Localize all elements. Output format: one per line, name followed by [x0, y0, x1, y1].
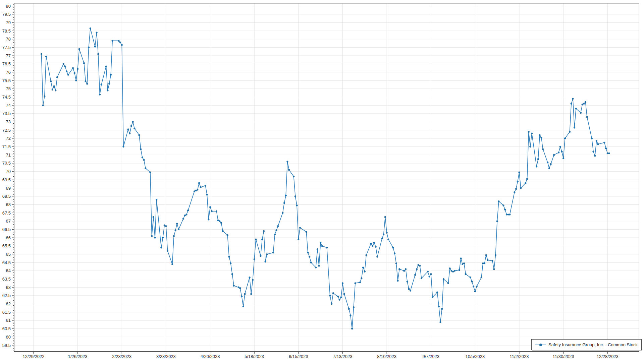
- data-point[interactable]: [219, 220, 220, 222]
- data-point[interactable]: [481, 277, 482, 278]
- data-point[interactable]: [44, 95, 45, 97]
- data-point[interactable]: [64, 66, 66, 67]
- data-point[interactable]: [359, 282, 361, 283]
- data-point[interactable]: [184, 215, 186, 216]
- data-point[interactable]: [293, 176, 294, 177]
- data-point[interactable]: [414, 274, 416, 276]
- stock-price-chart[interactable]: 8079.57978.57877.57776.57675.57574.57473…: [0, 0, 644, 362]
- data-point[interactable]: [254, 258, 255, 260]
- data-point[interactable]: [553, 154, 555, 156]
- data-point[interactable]: [504, 209, 506, 210]
- data-point[interactable]: [41, 53, 42, 55]
- data-point[interactable]: [216, 210, 217, 212]
- data-point[interactable]: [127, 128, 129, 130]
- data-point[interactable]: [542, 148, 544, 150]
- data-point[interactable]: [309, 256, 310, 257]
- data-point[interactable]: [96, 32, 98, 33]
- data-point[interactable]: [45, 56, 47, 57]
- data-point[interactable]: [85, 80, 87, 82]
- data-point[interactable]: [605, 147, 607, 149]
- data-point[interactable]: [460, 257, 462, 259]
- chart-canvas[interactable]: 8079.57978.57877.57776.57675.57574.57473…: [0, 0, 644, 362]
- data-point[interactable]: [372, 245, 373, 247]
- data-point[interactable]: [564, 137, 566, 139]
- data-point[interactable]: [195, 190, 197, 191]
- data-point[interactable]: [66, 70, 67, 72]
- data-point[interactable]: [275, 229, 277, 231]
- price-line[interactable]: [42, 28, 609, 329]
- data-point[interactable]: [119, 42, 121, 43]
- data-point[interactable]: [320, 242, 321, 243]
- data-point[interactable]: [528, 131, 530, 133]
- data-point[interactable]: [373, 242, 375, 243]
- data-point[interactable]: [607, 153, 608, 154]
- data-point[interactable]: [540, 137, 542, 138]
- data-point[interactable]: [495, 254, 496, 256]
- data-point[interactable]: [331, 303, 332, 305]
- data-point[interactable]: [364, 271, 366, 273]
- data-point[interactable]: [550, 163, 552, 165]
- data-point[interactable]: [132, 121, 134, 123]
- data-point[interactable]: [239, 287, 241, 289]
- data-point[interactable]: [470, 277, 471, 278]
- data-point[interactable]: [74, 72, 75, 74]
- data-point[interactable]: [63, 63, 64, 65]
- data-point[interactable]: [97, 53, 99, 55]
- data-point[interactable]: [107, 89, 108, 91]
- data-point[interactable]: [160, 247, 162, 248]
- data-point[interactable]: [263, 230, 265, 232]
- data-point[interactable]: [55, 89, 56, 91]
- data-point[interactable]: [502, 204, 504, 206]
- data-point[interactable]: [375, 246, 377, 248]
- data-point[interactable]: [121, 44, 123, 46]
- data-point[interactable]: [536, 166, 537, 167]
- data-point[interactable]: [329, 295, 331, 296]
- data-point[interactable]: [450, 270, 452, 272]
- data-point[interactable]: [343, 293, 345, 295]
- data-point[interactable]: [569, 131, 571, 133]
- data-point[interactable]: [392, 247, 394, 248]
- data-point[interactable]: [143, 159, 145, 161]
- data-point[interactable]: [274, 234, 276, 235]
- data-point[interactable]: [175, 229, 176, 231]
- data-point[interactable]: [405, 268, 407, 270]
- data-point[interactable]: [164, 225, 165, 226]
- data-point[interactable]: [441, 308, 443, 310]
- data-point[interactable]: [112, 40, 113, 42]
- data-point[interactable]: [608, 153, 610, 154]
- legend[interactable]: Safety Insurance Group, Inc. - Common St…: [531, 339, 642, 350]
- data-point[interactable]: [571, 103, 572, 105]
- data-point[interactable]: [418, 264, 419, 266]
- data-point[interactable]: [496, 220, 498, 222]
- data-point[interactable]: [185, 214, 187, 215]
- data-point[interactable]: [525, 182, 526, 184]
- data-point[interactable]: [509, 214, 511, 215]
- data-point[interactable]: [321, 245, 323, 247]
- data-point[interactable]: [317, 248, 318, 250]
- data-point[interactable]: [398, 268, 400, 270]
- data-point[interactable]: [315, 266, 317, 268]
- data-point[interactable]: [138, 134, 140, 136]
- data-point[interactable]: [286, 161, 288, 162]
- data-point[interactable]: [176, 223, 178, 225]
- data-point[interactable]: [350, 315, 351, 316]
- data-point[interactable]: [443, 278, 444, 280]
- data-point[interactable]: [493, 268, 495, 270]
- data-point[interactable]: [277, 225, 279, 227]
- data-point[interactable]: [351, 328, 353, 329]
- data-point[interactable]: [187, 209, 189, 211]
- data-point[interactable]: [200, 186, 202, 188]
- data-point[interactable]: [597, 143, 599, 145]
- data-point[interactable]: [306, 231, 307, 233]
- data-point[interactable]: [485, 254, 487, 256]
- data-point[interactable]: [255, 239, 257, 240]
- data-point[interactable]: [222, 230, 224, 232]
- data-point[interactable]: [296, 204, 298, 206]
- data-point[interactable]: [182, 218, 184, 220]
- data-point[interactable]: [386, 232, 388, 234]
- data-point[interactable]: [348, 308, 350, 310]
- data-point[interactable]: [462, 263, 463, 265]
- data-point[interactable]: [427, 271, 429, 273]
- data-point[interactable]: [395, 262, 397, 264]
- data-point[interactable]: [260, 255, 261, 257]
